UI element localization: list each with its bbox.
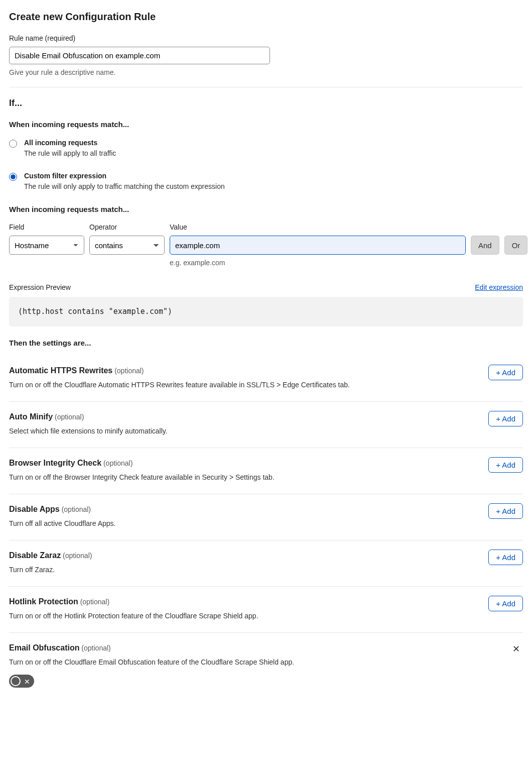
add-button[interactable]: + Add	[488, 550, 523, 565]
value-hint: e.g. example.com	[170, 258, 466, 268]
setting-title: Disable Zaraz	[9, 551, 61, 560]
rule-name-input[interactable]	[9, 47, 270, 64]
or-button[interactable]: Or	[504, 236, 528, 255]
rule-name-hint: Give your rule a descriptive name.	[9, 67, 523, 78]
close-icon[interactable]: ✕	[509, 642, 523, 656]
setting-title: Disable Apps	[9, 505, 60, 513]
optional-label: (optional)	[62, 505, 91, 513]
operator-label: Operator	[89, 222, 165, 233]
edit-expression-link[interactable]: Edit expression	[475, 282, 523, 293]
match-heading: When incoming requests match...	[9, 119, 523, 131]
optional-label: (optional)	[81, 644, 110, 652]
setting-description: Turn on or off the Cloudflare Email Obfu…	[9, 657, 294, 668]
rule-name-label: Rule name (required)	[9, 33, 523, 44]
radio-custom-desc: The rule will only apply to traffic matc…	[24, 181, 225, 192]
if-heading: If...	[9, 96, 523, 110]
setting-description: Turn off Zaraz.	[9, 565, 92, 575]
radio-custom[interactable]	[9, 173, 17, 181]
optional-label: (optional)	[80, 598, 109, 606]
setting-block: Disable Zaraz (optional)Turn off Zaraz.+…	[9, 540, 523, 587]
radio-all-desc: The rule will apply to all traffic	[24, 148, 116, 159]
setting-block: Auto Minify (optional)Select which file …	[9, 402, 523, 448]
add-button[interactable]: + Add	[488, 411, 523, 426]
setting-description: Turn on or off the Cloudflare Automatic …	[9, 380, 350, 390]
setting-title: Automatic HTTPS Rewrites	[9, 366, 112, 375]
optional-label: (optional)	[63, 552, 92, 560]
expression-preview-label: Expression Preview	[9, 282, 71, 293]
setting-title: Hotlink Protection	[9, 597, 78, 606]
operator-select[interactable]: contains	[89, 236, 165, 255]
setting-title: Email Obfuscation	[9, 643, 79, 652]
and-button[interactable]: And	[471, 236, 499, 255]
setting-description: Select which file extensions to minify a…	[9, 426, 168, 437]
match-heading-2: When incoming requests match...	[9, 204, 523, 215]
page-title: Create new Configuration Rule	[9, 9, 523, 24]
setting-block: Email Obfuscation (optional)Turn on or o…	[9, 633, 523, 699]
setting-description: Turn on or off the Browser Integrity Che…	[9, 472, 275, 483]
radio-all-title: All incoming requests	[24, 138, 116, 148]
field-select[interactable]: Hostname	[9, 236, 84, 255]
value-input[interactable]	[170, 236, 466, 255]
add-button[interactable]: + Add	[488, 503, 523, 519]
setting-block: Automatic HTTPS Rewrites (optional)Turn …	[9, 356, 523, 402]
toggle-switch[interactable]: ✕	[9, 675, 34, 688]
optional-label: (optional)	[55, 413, 84, 421]
radio-custom-title: Custom filter expression	[24, 171, 225, 181]
optional-label: (optional)	[103, 459, 132, 467]
setting-block: Browser Integrity Check (optional)Turn o…	[9, 448, 523, 494]
setting-title: Auto Minify	[9, 412, 53, 421]
add-button[interactable]: + Add	[488, 365, 523, 380]
add-button[interactable]: + Add	[488, 457, 523, 473]
value-label: Value	[170, 222, 466, 233]
radio-all[interactable]	[9, 140, 17, 148]
add-button[interactable]: + Add	[488, 596, 523, 611]
setting-block: Disable Apps (optional)Turn off all acti…	[9, 494, 523, 540]
setting-description: Turn on or off the Hotlink Protection fe…	[9, 611, 258, 621]
setting-description: Turn off all active Cloudflare Apps.	[9, 518, 115, 529]
toggle-off-icon: ✕	[24, 677, 30, 687]
divider	[9, 87, 523, 87]
setting-block: Hotlink Protection (optional)Turn on or …	[9, 587, 523, 633]
setting-title: Browser Integrity Check	[9, 459, 101, 467]
optional-label: (optional)	[114, 367, 144, 375]
field-label: Field	[9, 222, 84, 233]
then-heading: Then the settings are...	[9, 338, 523, 349]
expression-preview-code: (http.host contains "example.com")	[9, 297, 523, 326]
